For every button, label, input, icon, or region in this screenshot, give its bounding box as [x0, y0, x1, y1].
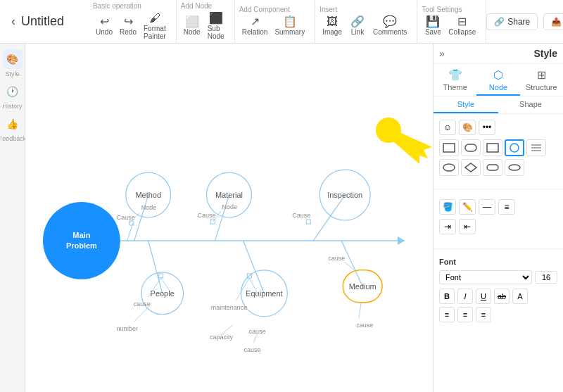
shape-row-2	[439, 159, 557, 176]
svg-text:cause: cause	[356, 322, 373, 329]
style-sidebar-icon[interactable]: 🎨	[3, 49, 23, 69]
align-left-button[interactable]: ≡	[439, 307, 455, 322]
svg-line-20	[313, 195, 345, 241]
color-section: ☺ 🎨 •••	[434, 114, 563, 184]
style-sub-tab[interactable]: Style	[434, 96, 498, 113]
image-button[interactable]: 🖼Image	[320, 15, 345, 37]
toolbar-items-addnode: ⬜Node ⬛Sub Node	[181, 11, 227, 42]
left-sidebar: 🎨 Style 🕐 History 👍 Feedback	[0, 44, 25, 392]
export-icon: 📤	[551, 17, 562, 27]
divider-2	[434, 248, 563, 249]
underline-button[interactable]: U	[476, 289, 491, 304]
save-button[interactable]: 💾Save	[422, 15, 444, 37]
toolbar-group-label-insert: Insert	[320, 6, 337, 13]
indent-btn[interactable]: ⇥	[439, 219, 456, 234]
share-button[interactable]: 🔗 Share	[486, 13, 538, 30]
rectangle-shape-btn[interactable]	[439, 139, 459, 156]
toolbar-group-label-basic: Basic operation	[93, 2, 141, 10]
header-right: 🔗 Share 📤 Export	[486, 13, 563, 30]
history-sidebar-icon[interactable]: 🕐	[3, 82, 23, 101]
more-color-btn[interactable]: ≡	[498, 199, 515, 215]
style-shape-tabs: Style Shape	[434, 96, 563, 114]
font-section-title: Font	[439, 258, 557, 266]
back-button[interactable]: ‹	[6, 11, 21, 32]
rounded-rect-shape-btn[interactable]	[461, 139, 481, 156]
lines-shape-btn[interactable]	[526, 139, 546, 156]
italic-button[interactable]: I	[457, 289, 473, 304]
svg-rect-28	[159, 274, 163, 278]
svg-text:Main: Main	[72, 231, 90, 239]
line-color-btn[interactable]: —	[479, 199, 495, 215]
main-area: 🎨 Style 🕐 History 👍 Feedback Main Proble…	[0, 44, 563, 392]
svg-text:People: People	[151, 289, 175, 298]
color-controls-section: 🪣 ✏️ — ≡ ⇥ ⇤	[434, 194, 563, 244]
font-size-input[interactable]	[535, 271, 557, 284]
font-family-select[interactable]: Font Arial Times New Roman	[439, 270, 532, 284]
svg-text:Problem: Problem	[66, 241, 97, 250]
svg-text:Material: Material	[215, 191, 243, 199]
fill-color-row: 🪣 ✏️ — ≡	[439, 199, 557, 215]
svg-text:cause: cause	[328, 255, 345, 262]
tab-structure[interactable]: ⊞ Structure	[520, 64, 563, 96]
svg-text:Cause: Cause	[198, 212, 216, 219]
shape-sub-tab[interactable]: Shape	[498, 96, 563, 113]
wide-rect-shape-btn[interactable]	[483, 159, 502, 176]
toolbar-group-add-component: Add Component ↗Relation 📋Summary	[235, 0, 316, 43]
toolbar-group-label-addcomp: Add Component	[239, 6, 290, 13]
fishbone-svg: Main Problem Method Cause Node Material …	[25, 44, 433, 392]
svg-rect-64	[487, 165, 498, 170]
oval-shape-btn[interactable]	[505, 159, 524, 176]
svg-marker-1	[398, 236, 405, 245]
align-right-button[interactable]: ≡	[476, 307, 491, 322]
export-button[interactable]: 📤 Export	[543, 13, 563, 30]
feedback-sidebar-label: Feedback	[0, 135, 26, 142]
svg-text:Medium: Medium	[349, 282, 377, 291]
smiley-icon-btn[interactable]: ☺	[439, 120, 456, 135]
rect2-shape-btn[interactable]	[483, 139, 502, 156]
align-center-button[interactable]: ≡	[457, 307, 473, 322]
fill-btn[interactable]: 🪣	[439, 199, 456, 215]
tab-node[interactable]: ⬡ Node	[476, 64, 519, 96]
svg-text:cause: cause	[243, 346, 260, 353]
svg-line-8	[127, 223, 133, 241]
diamond-shape-btn[interactable]	[461, 159, 481, 176]
dots-btn[interactable]: •••	[479, 120, 495, 135]
svg-marker-63	[465, 163, 476, 172]
tab-theme[interactable]: 👕 Theme	[434, 64, 476, 96]
indent-row: ⇥ ⇤	[439, 219, 557, 234]
panel-tabs: 👕 Theme ⬡ Node ⊞ Structure	[434, 64, 563, 96]
redo-button[interactable]: ↪Redo	[117, 15, 139, 37]
diagram-canvas[interactable]: Main Problem Method Cause Node Material …	[25, 44, 433, 392]
outdent-btn[interactable]: ⇤	[459, 219, 476, 234]
svg-line-31	[134, 308, 148, 322]
svg-text:Cause: Cause	[292, 212, 310, 219]
svg-point-62	[443, 164, 455, 171]
svg-line-44	[253, 334, 257, 343]
feedback-sidebar-icon[interactable]: 👍	[3, 114, 23, 134]
structure-icon: ⊞	[523, 68, 560, 82]
toolbar-items-basic: ↩Undo ↪Redo 🖌Format Painter	[93, 11, 169, 42]
summary-button[interactable]: 📋Summary	[272, 15, 308, 37]
strikethrough-button[interactable]: ab	[494, 289, 510, 304]
fill-color-btn[interactable]: 🎨	[459, 120, 476, 135]
svg-rect-56	[465, 144, 476, 151]
font-select-row: Font Arial Times New Roman	[439, 270, 557, 284]
ellipse-shape-btn[interactable]	[439, 159, 459, 176]
svg-point-65	[509, 165, 520, 170]
collapse-button[interactable]: ⊟Collapse	[445, 15, 479, 37]
toolbar-group-label-tool: Tool Settings	[422, 6, 462, 13]
link-button[interactable]: 🔗Link	[346, 15, 369, 37]
node-button[interactable]: ⬜Node	[181, 15, 203, 37]
undo-button[interactable]: ↩Undo	[93, 15, 115, 37]
pen-color-btn[interactable]: ✏️	[459, 199, 476, 215]
relation-button[interactable]: ↗Relation	[239, 15, 271, 37]
svg-rect-10	[129, 221, 134, 225]
circle-shape-btn[interactable]	[505, 139, 524, 156]
bold-button[interactable]: B	[439, 289, 455, 304]
comments-button[interactable]: 💬Comments	[370, 15, 410, 37]
panel-collapse-button[interactable]: »	[439, 48, 445, 59]
font-color-button[interactable]: A	[512, 289, 528, 304]
format-painter-button[interactable]: 🖌Format Painter	[141, 11, 169, 42]
sub-node-button[interactable]: ⬛Sub Node	[205, 11, 227, 42]
svg-text:Inspection: Inspection	[327, 191, 362, 199]
